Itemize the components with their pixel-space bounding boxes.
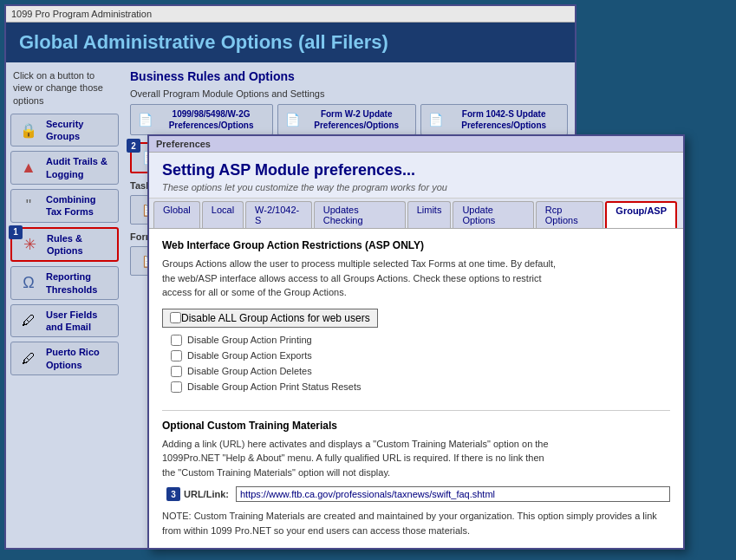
w2-button[interactable]: 📄 Form W-2 Update Preferences/Options [277, 104, 416, 135]
title-bar: 1099 Pro Program Administration [6, 6, 575, 23]
window-title: 1099 Pro Program Administration [11, 9, 152, 19]
tab-updates-checking[interactable]: Updates Checking [314, 201, 406, 228]
cb-printing-input[interactable] [171, 335, 182, 346]
checkbox-print-status: Disable Group Action Print Status Resets [171, 381, 670, 393]
cb-deletes-input[interactable] [171, 366, 182, 377]
badge-2: 2 [127, 139, 140, 153]
preferences-subtitle: These options let you customize the way … [162, 182, 670, 192]
tab-group-asp[interactable]: Group/ASP [605, 201, 677, 228]
header-section: Global Administrative Options (all Filer… [6, 23, 575, 62]
1042s-icon: 📄 [428, 109, 443, 130]
preferences-header: Setting ASP Module preferences... These … [149, 153, 683, 199]
security-icon: 🔒 [16, 118, 41, 142]
disable-all-checkbox[interactable] [170, 312, 181, 323]
group-desc-3: access for all or some of the Group Acti… [162, 287, 347, 297]
1099-label: 1099/98/5498/W-2G Preferences/Options [157, 108, 265, 131]
sidebar-label-rules: Rules & Options [47, 232, 112, 257]
badge-1: 1 [9, 225, 23, 239]
sidebar-label-audit: Audit Trails & Logging [46, 155, 113, 180]
cb-print-status-label: Disable Group Action Print Status Resets [187, 381, 361, 392]
reporting-icon: Ω [16, 271, 41, 296]
optional-desc-3: the "Custom Training Materials" option w… [162, 467, 390, 478]
optional-section: Optional Custom Training Materials Addin… [162, 410, 670, 538]
checkbox-exports: Disable Group Action Exports [171, 350, 670, 361]
group-section-title: Web Interface Group Action Restrictions … [162, 239, 670, 251]
sidebar-instruction: Click on a button to view or change thos… [10, 69, 119, 107]
sidebar-item-reporting[interactable]: Ω Reporting Thresholds [10, 266, 119, 300]
url-label: URL/Link: [184, 489, 229, 499]
1042s-label: Form 1042-S Update Preferences/Options [447, 108, 560, 131]
1042s-button[interactable]: 📄 Form 1042-S Update Preferences/Options [420, 104, 568, 135]
cb-print-status-input[interactable] [171, 381, 182, 393]
tab-limits[interactable]: Limits [407, 201, 452, 228]
sidebar-item-puerto-rico[interactable]: 🖊 Puerto Rico Options [10, 342, 119, 375]
puerto-rico-icon: 🖊 [16, 347, 41, 371]
tab-update-options[interactable]: Update Options [453, 201, 533, 228]
cb-printing-label: Disable Group Action Printing [187, 335, 312, 345]
optional-title: Optional Custom Training Materials [162, 420, 670, 432]
optional-desc-2: 1099Pro.NET "Help & About" menu. A fully… [162, 453, 544, 463]
tabs-row: Global Local W-2/1042-S Updates Checking… [149, 199, 683, 229]
preferences-body: Web Interface Group Action Restrictions … [149, 229, 683, 548]
combining-icon: " [16, 193, 41, 218]
note-text: NOTE: Custom Training Materials are crea… [162, 509, 670, 537]
1099-button[interactable]: 📄 1099/98/5498/W-2G Preferences/Options [130, 104, 273, 135]
1099-icon: 📄 [138, 109, 153, 130]
cb-exports-label: Disable Group Action Exports [187, 350, 312, 361]
page-title: Global Administrative Options (all Filer… [19, 31, 562, 54]
cb-deletes-label: Disable Group Action Deletes [187, 366, 312, 376]
group-desc-2: the web/ASP interface allows access to a… [162, 273, 542, 283]
preferences-titlebar: Preferences [149, 136, 683, 153]
disable-all-label: Disable ALL Group Actions for web users [181, 312, 370, 324]
w2-label: Form W-2 Update Preferences/Options [304, 108, 408, 131]
option-buttons-row: 📄 1099/98/5498/W-2G Preferences/Options … [130, 104, 568, 135]
sidebar-item-security-groups[interactable]: 🔒 Security Groups [10, 114, 119, 147]
tab-local[interactable]: Local [202, 201, 244, 228]
tab-w2-1042s[interactable]: W-2/1042-S [245, 201, 312, 228]
sidebar-item-user-fields[interactable]: 🖊 User Fields and Email [10, 304, 119, 338]
badge-3: 3 [166, 487, 180, 501]
user-fields-icon: 🖊 [16, 309, 41, 333]
preferences-popup: Preferences Setting ASP Module preferenc… [147, 134, 685, 550]
sidebar-item-rules-options[interactable]: 1 ✳ Rules & Options [10, 227, 119, 263]
sidebar-item-combining-forms[interactable]: " Combining Tax Forms [10, 189, 119, 223]
optional-description: Adding a link (URL) here activates and d… [162, 437, 670, 480]
main-checkbox-container: Disable ALL Group Actions for web users [162, 309, 378, 328]
url-row: 3 URL/Link: [184, 486, 670, 502]
group-description: Groups Actions allow the user to process… [162, 257, 670, 300]
sidebar-label-user-fields: User Fields and Email [46, 309, 113, 334]
preferences-title: Setting ASP Module preferences... [162, 161, 670, 179]
sidebar-label-security: Security Groups [46, 118, 113, 143]
group-desc-1: Groups Actions allow the user to process… [162, 258, 556, 269]
tab-rcp-options[interactable]: Rcp Options [536, 201, 604, 228]
sidebar-label-combining: Combining Tax Forms [46, 193, 113, 218]
tab-global[interactable]: Global [153, 201, 200, 228]
checkbox-deletes: Disable Group Action Deletes [171, 366, 670, 377]
sidebar: Click on a button to view or change thos… [6, 62, 123, 548]
checkbox-printing: Disable Group Action Printing [171, 335, 670, 346]
optional-desc-1: Adding a link (URL) here activates and d… [162, 439, 549, 449]
sidebar-label-reporting: Reporting Thresholds [46, 270, 113, 296]
sidebar-item-audit-trails[interactable]: ▲ Audit Trails & Logging [10, 151, 119, 185]
sidebar-label-puerto-rico: Puerto Rico Options [46, 346, 113, 371]
checkbox-group: Disable Group Action Printing Disable Gr… [171, 335, 670, 393]
overall-title: Overall Program Module Options and Setti… [130, 88, 568, 99]
section-title: Business Rules and Options [130, 69, 568, 83]
audit-icon: ▲ [16, 156, 41, 180]
url-input[interactable] [236, 486, 670, 502]
w2-icon: 📄 [285, 109, 300, 130]
cb-exports-input[interactable] [171, 350, 182, 361]
